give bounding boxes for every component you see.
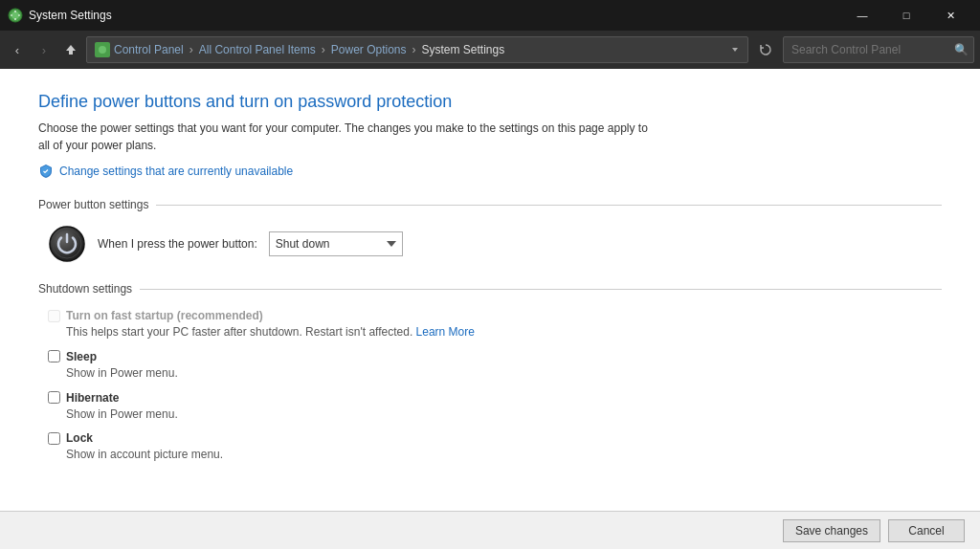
back-button[interactable]: ‹ (6, 36, 29, 63)
title-bar: System Settings — □ ✕ (0, 0, 980, 31)
minimize-button[interactable]: — (840, 0, 884, 31)
power-button-row: When I press the power button: Shut down… (38, 225, 942, 263)
lock-checkbox[interactable] (48, 432, 60, 445)
page-subtitle: Choose the power settings that you want … (38, 120, 651, 154)
content-area: Define power buttons and turn on passwor… (0, 69, 980, 511)
main-wrapper: Define power buttons and turn on passwor… (0, 69, 980, 549)
shield-icon (38, 164, 54, 179)
power-button-icon (48, 225, 86, 263)
window-controls: — □ ✕ (840, 0, 972, 31)
save-button[interactable]: Save changes (783, 519, 880, 542)
lock-row: Lock (48, 431, 942, 445)
cancel-button[interactable]: Cancel (888, 519, 965, 542)
power-button-select[interactable]: Shut down Sleep Hibernate Turn off the d… (269, 231, 403, 256)
shutdown-section-header: Shutdown settings (38, 282, 942, 296)
power-button-section-header: Power button settings (38, 198, 942, 211)
app-icon (8, 8, 23, 23)
hibernate-checkbox[interactable] (48, 391, 60, 404)
breadcrumb-control-panel[interactable]: Control Panel (114, 43, 184, 56)
breadcrumb-power-options[interactable]: Power Options (331, 43, 407, 56)
lock-label: Lock (66, 431, 93, 445)
change-settings-row: Change settings that are currently unava… (38, 164, 942, 179)
sleep-label: Sleep (66, 350, 97, 363)
learn-more-link[interactable]: Learn More (416, 325, 475, 339)
fast-startup-row: Turn on fast startup (recommended) (48, 309, 942, 322)
sleep-checkbox[interactable] (48, 350, 60, 362)
hibernate-desc: Show in Power menu. (48, 406, 942, 423)
fast-startup-desc: This helps start your PC faster after sh… (48, 324, 942, 340)
hibernate-item: Hibernate Show in Power menu. (48, 391, 942, 423)
fast-startup-label: Turn on fast startup (recommended) (66, 309, 263, 322)
window-title: System Settings (29, 9, 840, 22)
fast-startup-checkbox[interactable] (48, 310, 60, 322)
sleep-item: Sleep Show in Power menu. (48, 350, 942, 382)
change-settings-link[interactable]: Change settings that are currently unava… (59, 165, 293, 178)
close-button[interactable]: ✕ (928, 0, 972, 31)
svg-point-3 (99, 46, 106, 54)
sleep-desc: Show in Power menu. (48, 365, 942, 382)
search-button[interactable]: 🔍 (954, 43, 969, 56)
breadcrumb-system-settings: System Settings (421, 43, 504, 56)
forward-button[interactable]: › (33, 36, 56, 63)
up-button[interactable] (59, 36, 82, 63)
shutdown-section: Turn on fast startup (recommended) This … (38, 309, 942, 463)
page-title: Define power buttons and turn on passwor… (38, 92, 942, 112)
maximize-button[interactable]: □ (884, 0, 928, 31)
breadcrumb-bar: Control Panel › All Control Panel Items … (86, 36, 748, 63)
sleep-row: Sleep (48, 350, 942, 363)
lock-desc: Show in account picture menu. (48, 447, 942, 463)
hibernate-row: Hibernate (48, 391, 942, 405)
svg-point-4 (50, 227, 84, 261)
breadcrumb-all-items[interactable]: All Control Panel Items (199, 43, 316, 56)
refresh-button[interactable] (752, 36, 779, 63)
lock-item: Lock Show in account picture menu. (48, 431, 942, 463)
search-wrapper: 🔍 (783, 36, 974, 63)
fast-startup-item: Turn on fast startup (recommended) This … (48, 309, 942, 340)
power-button-label: When I press the power button: (98, 237, 257, 251)
address-bar: ‹ › Control Panel › All Control Panel It… (0, 31, 980, 69)
bottom-bar: Save changes Cancel (0, 511, 980, 549)
hibernate-label: Hibernate (66, 391, 119, 405)
search-input[interactable] (783, 36, 974, 63)
svg-point-1 (11, 11, 19, 19)
